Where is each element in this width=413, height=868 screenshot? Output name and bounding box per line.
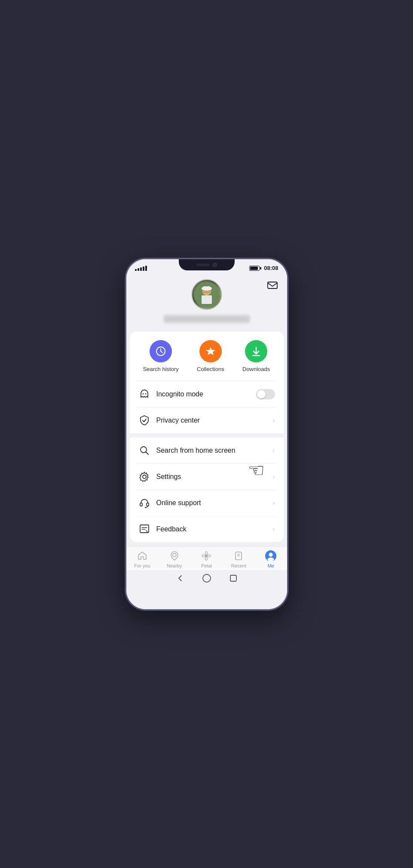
feedback-icon — [138, 523, 150, 535]
downloads-label: Downloads — [242, 366, 270, 372]
bottom-nav: For you Nearby — [126, 546, 287, 570]
battery-icon — [249, 266, 261, 271]
svg-point-32 — [268, 557, 274, 561]
privacy-center-label: Privacy center — [156, 417, 273, 424]
settings-item[interactable]: Settings › ☞ — [130, 464, 284, 490]
nav-me[interactable]: Me — [258, 550, 284, 568]
collections-icon — [199, 340, 222, 362]
search-icon — [138, 445, 150, 457]
nav-me-label: Me — [267, 563, 274, 568]
svg-point-26 — [207, 555, 211, 557]
quick-actions: Search history Collections — [130, 340, 284, 381]
back-button[interactable] — [175, 574, 185, 583]
ghost-icon — [138, 388, 150, 400]
nav-petal-label: Petal — [201, 563, 212, 568]
svg-point-21 — [173, 553, 176, 557]
search-home-item[interactable]: Search from home screen › — [130, 438, 284, 463]
search-home-arrow: › — [272, 447, 275, 454]
status-right: 08:08 — [249, 265, 278, 271]
downloads-button[interactable]: Downloads — [242, 340, 270, 372]
search-history-label: Search history — [143, 366, 179, 372]
spacer — [126, 542, 287, 546]
feedback-label: Feedback — [156, 525, 273, 533]
privacy-center-arrow: › — [272, 417, 275, 424]
svg-point-23 — [205, 552, 208, 555]
shield-check-icon — [138, 414, 150, 426]
phone-frame: 08:08 — [125, 258, 288, 610]
screen-content[interactable]: Search history Collections — [126, 275, 287, 609]
location-icon — [169, 550, 180, 561]
incognito-mode-label: Incognito mode — [156, 390, 256, 398]
profile-header — [126, 275, 287, 331]
downloads-icon — [245, 340, 267, 362]
search-home-label: Search from home screen — [156, 447, 273, 454]
svg-rect-3 — [202, 295, 212, 304]
collections-label: Collections — [197, 366, 224, 372]
nav-petal[interactable]: Petal — [193, 550, 219, 568]
username-blur — [164, 315, 250, 323]
status-time: 08:08 — [264, 265, 278, 271]
svg-point-24 — [205, 557, 208, 560]
home-icon — [137, 550, 148, 561]
incognito-toggle[interactable] — [256, 389, 275, 399]
toggle-knob — [257, 390, 266, 399]
nav-recent[interactable]: Recent — [226, 550, 251, 568]
svg-rect-15 — [140, 503, 142, 506]
petal-icon — [201, 550, 212, 561]
nav-recent-label: Recent — [231, 563, 246, 568]
me-icon — [265, 550, 276, 561]
recent-icon — [233, 550, 244, 561]
white-card: Search history Collections — [130, 331, 284, 542]
notch-camera — [213, 263, 217, 267]
nav-for-you-label: For you — [134, 563, 150, 568]
svg-point-10 — [142, 393, 144, 394]
search-history-button[interactable]: Search history — [143, 340, 179, 372]
online-support-label: Online support — [156, 499, 273, 507]
nav-nearby[interactable]: Nearby — [162, 550, 187, 568]
search-history-icon — [150, 340, 172, 362]
privacy-center-item[interactable]: Privacy center › — [130, 408, 284, 433]
nav-nearby-label: Nearby — [167, 563, 182, 568]
avatar — [191, 279, 222, 310]
notch-sensor — [196, 264, 209, 266]
svg-marker-8 — [206, 347, 215, 355]
feedback-arrow: › — [272, 525, 275, 533]
section-gap-1 — [130, 433, 284, 438]
online-support-item[interactable]: Online support › — [130, 490, 284, 516]
settings-arrow: › — [272, 473, 275, 481]
mail-button[interactable] — [266, 279, 278, 293]
svg-point-14 — [143, 475, 146, 478]
system-nav — [126, 570, 287, 588]
svg-rect-16 — [147, 503, 149, 506]
svg-point-31 — [269, 552, 272, 556]
svg-rect-34 — [230, 575, 236, 581]
collections-button[interactable]: Collections — [197, 340, 224, 372]
notch — [179, 259, 235, 270]
svg-line-13 — [146, 452, 148, 454]
svg-point-17 — [144, 507, 145, 508]
svg-point-33 — [203, 574, 211, 582]
svg-point-11 — [145, 393, 146, 394]
svg-rect-0 — [268, 282, 277, 288]
online-support-arrow: › — [272, 499, 275, 507]
home-button[interactable] — [202, 574, 211, 583]
svg-rect-6 — [203, 286, 210, 289]
svg-point-25 — [202, 555, 205, 557]
gear-icon — [138, 471, 150, 483]
recents-button[interactable] — [229, 574, 238, 583]
settings-label: Settings — [156, 473, 273, 481]
incognito-mode-item[interactable]: Incognito mode — [130, 381, 284, 407]
nav-for-you[interactable]: For you — [129, 550, 155, 568]
signal-icon — [135, 266, 147, 271]
feedback-item[interactable]: Feedback › — [130, 516, 284, 542]
headset-icon — [138, 497, 150, 509]
